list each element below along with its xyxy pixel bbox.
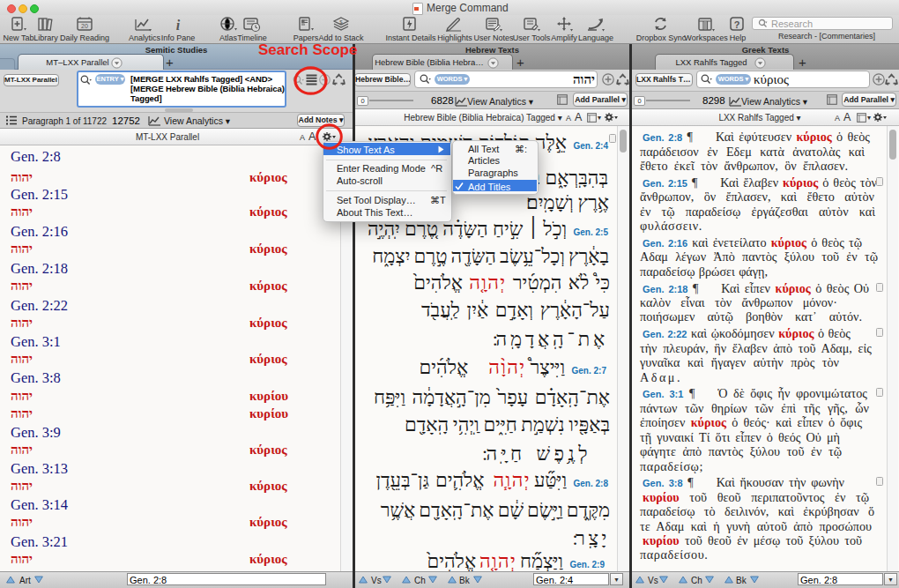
svg-text:20: 20	[81, 23, 88, 29]
svg-text:?: ?	[734, 19, 740, 30]
svg-text:i: i	[176, 18, 181, 33]
